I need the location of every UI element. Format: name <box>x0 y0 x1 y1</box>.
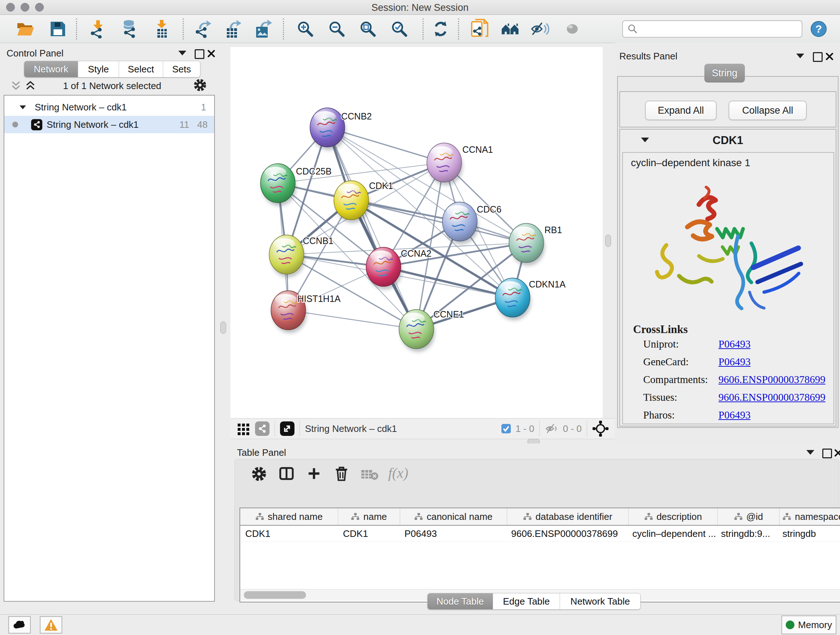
control-panel-float-icon[interactable] <box>195 49 204 59</box>
memory-button[interactable]: Memory <box>782 616 836 634</box>
tab-style[interactable]: Style <box>78 61 119 77</box>
show-all-button[interactable] <box>563 20 582 38</box>
birds-eye-view-icon[interactable] <box>592 420 609 437</box>
results-panel-menu-icon[interactable] <box>796 54 804 58</box>
node-CDKN1A[interactable]: CDKN1A <box>495 278 566 320</box>
node-CDC25B[interactable]: CDC25B <box>261 164 332 206</box>
table-cell[interactable]: 9606.ENSP00000378699 <box>506 528 627 539</box>
scrollbar-thumb[interactable] <box>244 591 306 599</box>
collapse-all-chevrons-icon[interactable] <box>9 80 22 91</box>
status-bar: Memory <box>0 614 840 635</box>
table-panel-menu-icon[interactable] <box>806 450 814 455</box>
search-input[interactable] <box>641 23 802 35</box>
results-panel-float-icon[interactable] <box>813 52 823 62</box>
tab-sets[interactable]: Sets <box>163 61 200 77</box>
table-panel-close-icon[interactable] <box>834 448 840 457</box>
left-splitter-grip[interactable] <box>220 321 226 334</box>
crosslink-value-link[interactable]: P06493 <box>718 356 751 368</box>
tab-select[interactable]: Select <box>119 61 163 77</box>
cloud-icon <box>13 620 27 630</box>
zoom-selected-button[interactable] <box>390 20 409 38</box>
table-panel-float-icon[interactable] <box>822 448 832 458</box>
save-session-button[interactable] <box>49 20 67 38</box>
column-header-description[interactable]: description <box>629 508 718 525</box>
export-image-button[interactable] <box>254 20 273 38</box>
export-table-button[interactable] <box>224 20 243 38</box>
table-options-gear-icon[interactable] <box>251 466 267 482</box>
collection-collapse-icon[interactable] <box>19 105 26 109</box>
hide-selected-button[interactable] <box>531 20 550 38</box>
column-header-canonical-name[interactable]: canonical name <box>400 508 507 525</box>
warnings-button[interactable] <box>40 616 62 633</box>
table-cell[interactable]: stringdb <box>777 528 840 539</box>
network-row[interactable]: String Network – cdk1 11 48 <box>4 116 214 133</box>
edge-CCNE1-CCNB2[interactable] <box>327 127 416 329</box>
new-network-from-selection-button[interactable] <box>470 20 489 38</box>
network-collection-row[interactable]: String Network – cdk1 1 <box>4 98 214 116</box>
import-network-button[interactable] <box>89 20 108 38</box>
table-row[interactable]: CDK1CDK1P064939606.ENSP00000378699cyclin… <box>240 526 840 542</box>
node-CCNA2[interactable]: CCNA2 <box>366 247 431 290</box>
network-canvas[interactable]: CCNB2CCNA1CDC25BCDK1CDC6RB1CCNB1CCNA2CDK… <box>231 47 603 418</box>
results-panel-close-icon[interactable] <box>825 52 834 61</box>
node-RB1[interactable]: RB1 <box>509 223 562 266</box>
import-network-from-database-button[interactable] <box>121 20 140 38</box>
tab-network-table[interactable]: Network Table <box>560 593 640 609</box>
network-graph[interactable]: CCNB2CCNA1CDC25BCDK1CDC6RB1CCNB1CCNA2CDK… <box>231 47 603 418</box>
zoom-fit-button[interactable] <box>358 20 377 38</box>
tab-network[interactable]: Network <box>24 61 78 77</box>
table-cell[interactable]: stringdb:9... <box>716 528 777 539</box>
tab-edge-table[interactable]: Edge Table <box>493 593 560 609</box>
show-columns-icon[interactable] <box>278 465 295 482</box>
crosslink-value-link[interactable]: P06493 <box>718 409 751 421</box>
crosslink-value-link[interactable]: 9606.ENSP00000378699 <box>718 374 826 386</box>
open-session-button[interactable] <box>16 20 35 38</box>
import-table-button[interactable] <box>153 20 172 38</box>
detach-view-icon[interactable] <box>280 421 294 436</box>
delete-column-trash-icon[interactable] <box>333 465 350 482</box>
expand-all-button[interactable]: Expand All <box>645 101 717 120</box>
node-CDK1[interactable]: CDK1 <box>334 181 393 223</box>
tab-string[interactable]: String <box>704 64 745 82</box>
collapse-all-button[interactable]: Collapse All <box>729 101 807 120</box>
table-cell[interactable]: P06493 <box>399 528 506 539</box>
grid-view-icon[interactable] <box>237 422 250 435</box>
control-panel-close-icon[interactable] <box>207 49 216 58</box>
node-CCNA1[interactable]: CCNA1 <box>427 143 493 185</box>
column-header-namespace[interactable]: namespace <box>780 508 840 525</box>
node-CCNE1[interactable]: CCNE1 <box>399 309 464 352</box>
zoom-in-button[interactable] <box>296 20 315 38</box>
gray-eye-icon <box>564 22 580 36</box>
column-header-shared-name[interactable]: shared name <box>240 508 338 525</box>
node-table[interactable]: shared namenamecanonical namedatabase id… <box>240 508 840 602</box>
network-share-view-icon[interactable] <box>255 421 270 436</box>
zoom-out-button[interactable] <box>327 20 346 38</box>
footer-divider <box>587 421 587 437</box>
node-CCNB2[interactable]: CCNB2 <box>310 108 372 150</box>
edge-CCNA2-CDKN1A[interactable] <box>384 267 513 298</box>
column-header--id[interactable]: @id <box>718 508 780 525</box>
table-cell[interactable]: cyclin–dependent ... <box>627 528 716 539</box>
table-cell[interactable]: CDK1 <box>240 528 338 539</box>
crosslink-value-link[interactable]: 9606.ENSP00000378699 <box>718 391 826 403</box>
edge-HIST1H1A-CCNE1[interactable] <box>288 310 416 329</box>
export-network-button[interactable] <box>194 20 213 38</box>
network-view-toolbar: String Network – cdk1 1 - 0 0 - 0 <box>231 418 616 439</box>
column-header-name[interactable]: name <box>338 508 400 525</box>
network-options-gear-icon[interactable] <box>193 78 207 92</box>
right-splitter-grip[interactable] <box>605 234 611 247</box>
column-header-database-identifier[interactable]: database identifier <box>507 508 629 525</box>
cloud-button[interactable] <box>8 616 31 633</box>
home-networks-button[interactable] <box>501 20 520 38</box>
expand-all-chevrons-icon[interactable] <box>24 80 37 91</box>
control-panel-menu-icon[interactable] <box>178 51 186 55</box>
refresh-button[interactable] <box>431 20 450 38</box>
tab-node-table[interactable]: Node Table <box>428 593 493 609</box>
create-column-plus-icon[interactable] <box>306 466 322 481</box>
selected-checkbox-icon[interactable] <box>501 424 511 434</box>
table-cell[interactable]: CDK1 <box>338 528 399 539</box>
help-button[interactable]: ? <box>810 21 827 39</box>
node-HIST1H1A[interactable]: HIST1H1A <box>271 291 341 333</box>
hidden-eye-icon <box>545 423 559 434</box>
crosslink-value-link[interactable]: P06493 <box>718 338 751 350</box>
